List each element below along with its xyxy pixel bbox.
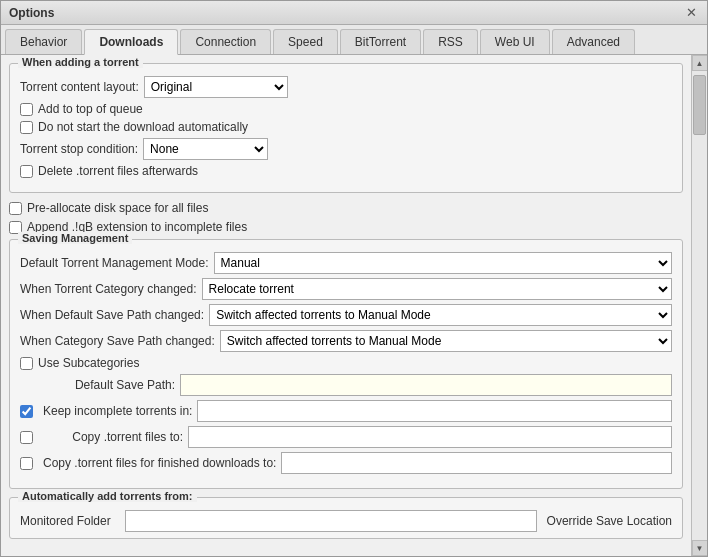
tab-downloads[interactable]: Downloads [84,29,178,55]
content-layout-label: Torrent content layout: [20,80,139,94]
scroll-down-button[interactable]: ▼ [692,540,708,556]
auto-add-title: Automatically add torrents from: [18,490,197,502]
mgmt-mode-select[interactable]: Manual Automatic [214,252,672,274]
close-button[interactable]: ✕ [684,6,699,19]
override-save-label: Override Save Location [547,514,672,528]
category-changed-select[interactable]: Relocate torrent Switch affected torrent… [202,278,672,300]
copy-torrent-label: Copy .torrent files to: [43,430,183,444]
window-title: Options [9,6,54,20]
when-adding-content: Torrent content layout: Original Create … [20,76,672,178]
scroll-up-button[interactable]: ▲ [692,55,708,71]
delete-torrent-row: Delete .torrent files afterwards [20,164,672,178]
saving-management-title: Saving Management [18,232,132,244]
category-save-changed-label: When Category Save Path changed: [20,334,215,348]
copy-torrent-checkbox[interactable] [20,431,33,444]
add-top-queue-label: Add to top of queue [38,102,143,116]
main-content: When adding a torrent Torrent content la… [1,55,691,556]
keep-incomplete-row: Keep incomplete torrents in: /docker/dow… [20,400,672,422]
tab-advanced[interactable]: Advanced [552,29,635,54]
add-top-queue-row: Add to top of queue [20,102,672,116]
use-subcategories-row: Use Subcategories [20,356,672,370]
saving-management-content: Default Torrent Management Mode: Manual … [20,252,672,474]
saving-management-section: Saving Management Default Torrent Manage… [9,239,683,489]
content-layout-row: Torrent content layout: Original Create … [20,76,672,98]
delete-torrent-checkbox[interactable] [20,165,33,178]
tab-bar: Behavior Downloads Connection Speed BitT… [1,25,707,55]
copy-torrent-row: Copy .torrent files to: [20,426,672,448]
content-layout-select[interactable]: Original Create subfolder Don't create s… [144,76,288,98]
stop-condition-row: Torrent stop condition: None Metadata re… [20,138,672,160]
scroll-thumb[interactable] [693,75,706,135]
tab-speed[interactable]: Speed [273,29,338,54]
content-area: When adding a torrent Torrent content la… [1,55,707,556]
copy-finished-input[interactable] [281,452,672,474]
keep-incomplete-label: Keep incomplete torrents in: [43,404,192,418]
when-adding-section: When adding a torrent Torrent content la… [9,63,683,193]
copy-finished-label: Copy .torrent files for finished downloa… [43,456,276,470]
auto-add-bottom-row: Monitored Folder Override Save Location [20,510,672,532]
delete-torrent-label: Delete .torrent files afterwards [38,164,198,178]
use-subcategories-checkbox[interactable] [20,357,33,370]
use-subcategories-label: Use Subcategories [38,356,139,370]
copy-finished-row: Copy .torrent files for finished downloa… [20,452,672,474]
no-start-row: Do not start the download automatically [20,120,672,134]
copy-torrent-input[interactable] [188,426,672,448]
tab-connection[interactable]: Connection [180,29,271,54]
keep-incomplete-input[interactable]: /docker/downloads [197,400,672,422]
scrollbar: ▲ ▼ [691,55,707,556]
default-save-changed-select[interactable]: Switch affected torrents to Manual Mode … [209,304,672,326]
default-save-changed-label: When Default Save Path changed: [20,308,204,322]
stop-condition-select[interactable]: None Metadata received Files checked [143,138,268,160]
tab-webui[interactable]: Web UI [480,29,550,54]
options-window: Options ✕ Behavior Downloads Connection … [0,0,708,557]
mgmt-mode-label: Default Torrent Management Mode: [20,256,209,270]
monitored-folder-label: Monitored Folder [20,514,120,528]
category-save-changed-select[interactable]: Switch affected torrents to Manual Mode … [220,330,672,352]
pre-allocate-checkbox[interactable] [9,202,22,215]
tab-bittorrent[interactable]: BitTorrent [340,29,421,54]
stop-condition-label: Torrent stop condition: [20,142,138,156]
keep-incomplete-checkbox[interactable] [20,405,33,418]
mgmt-mode-row: Default Torrent Management Mode: Manual … [20,252,672,274]
when-adding-title: When adding a torrent [18,56,143,68]
auto-add-section: Automatically add torrents from: Monitor… [9,497,683,539]
category-save-changed-row: When Category Save Path changed: Switch … [20,330,672,352]
default-save-path-row: Default Save Path: docker/qbittorrent/do… [20,374,672,396]
default-save-path-label: Default Save Path: [20,378,175,392]
scroll-track [692,71,707,540]
tab-behavior[interactable]: Behavior [5,29,82,54]
no-start-label: Do not start the download automatically [38,120,248,134]
category-changed-row: When Torrent Category changed: Relocate … [20,278,672,300]
pre-allocate-label: Pre-allocate disk space for all files [27,201,208,215]
pre-allocate-row: Pre-allocate disk space for all files [9,201,683,215]
title-bar: Options ✕ [1,1,707,25]
copy-finished-checkbox[interactable] [20,457,33,470]
default-save-changed-row: When Default Save Path changed: Switch a… [20,304,672,326]
override-save-input[interactable] [125,510,537,532]
default-save-path-input[interactable]: docker/qbittorrent/downloads [180,374,672,396]
no-start-checkbox[interactable] [20,121,33,134]
category-changed-label: When Torrent Category changed: [20,282,197,296]
tab-rss[interactable]: RSS [423,29,478,54]
add-top-queue-checkbox[interactable] [20,103,33,116]
